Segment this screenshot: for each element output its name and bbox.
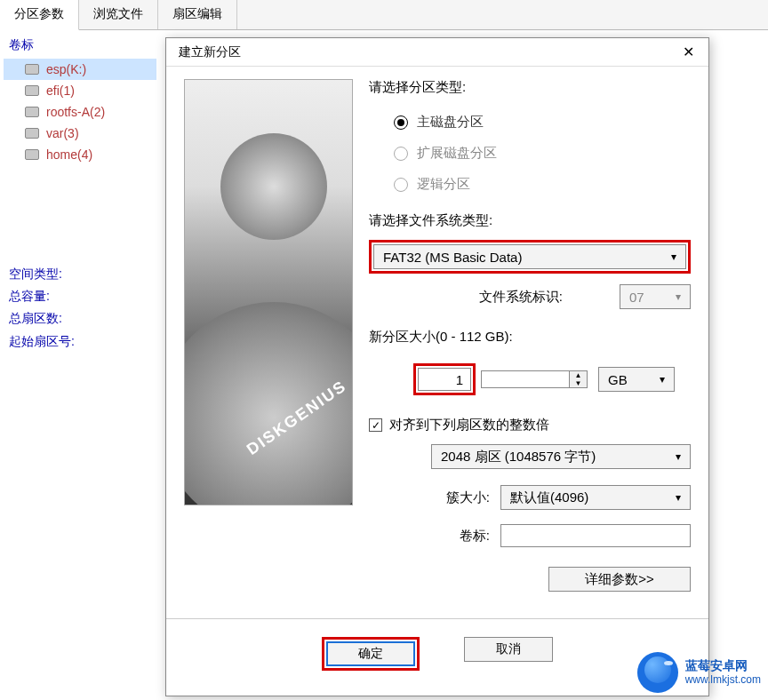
dialog-body: DISKGENIUS 请选择分区类型: 主磁盘分区 扩展磁盘分区 逻辑分区 请选… bbox=[166, 67, 708, 618]
chevron-down-icon: ▾ bbox=[676, 290, 681, 303]
cluster-value: 默认值(4096) bbox=[510, 489, 588, 506]
partition-type-label: 请选择分区类型: bbox=[369, 79, 691, 96]
cancel-button[interactable]: 取消 bbox=[464, 637, 553, 662]
filesystem-value: FAT32 (MS Basic Data) bbox=[383, 250, 522, 265]
checkbox-icon[interactable]: ✓ bbox=[369, 418, 382, 432]
radio-primary-partition[interactable]: 主磁盘分区 bbox=[394, 114, 691, 131]
spinner-up-icon[interactable]: ▲ bbox=[570, 371, 587, 379]
left-info: 空间类型: 总容量: 总扇区数: 起始扇区号: bbox=[4, 263, 156, 353]
tab-sector-edit[interactable]: 扇区编辑 bbox=[158, 0, 237, 29]
volume-label: var(3) bbox=[46, 126, 79, 140]
tab-partition-params[interactable]: 分区参数 bbox=[0, 0, 79, 30]
dialog-form: 请选择分区类型: 主磁盘分区 扩展磁盘分区 逻辑分区 请选择文件系统类型: FA… bbox=[369, 79, 691, 606]
watermark-url: www.lmkjst.com bbox=[685, 673, 761, 686]
chevron-down-icon: ▾ bbox=[671, 251, 676, 263]
volume-label: efi(1) bbox=[46, 84, 75, 98]
volume-name-label: 卷标: bbox=[369, 528, 490, 545]
align-value: 2048 扇区 (1048576 字节) bbox=[441, 449, 596, 465]
volume-label: esp(K:) bbox=[46, 62, 86, 76]
left-header: 卷标 bbox=[4, 36, 156, 55]
radio-icon bbox=[394, 147, 408, 161]
radio-label: 扩展磁盘分区 bbox=[417, 145, 497, 162]
cluster-size-label: 簇大小: bbox=[369, 489, 490, 506]
radio-extended-partition: 扩展磁盘分区 bbox=[394, 145, 691, 162]
volume-list: esp(K:) efi(1) rootfs-A(2) var(3) home(4… bbox=[4, 59, 156, 165]
volume-name-input[interactable] bbox=[500, 524, 691, 547]
hdd-icon bbox=[25, 107, 39, 117]
tab-bar: 分区参数 浏览文件 扇区编辑 bbox=[0, 0, 768, 30]
volume-label: home(4) bbox=[46, 147, 92, 162]
align-checkbox-row[interactable]: ✓ 对齐到下列扇区数的整数倍 bbox=[369, 417, 691, 434]
radio-icon[interactable] bbox=[394, 115, 408, 130]
filesystem-type-label: 请选择文件系统类型: bbox=[369, 212, 691, 229]
volume-label: rootfs-A(2) bbox=[46, 105, 105, 119]
dialog-titlebar: 建立新分区 ✕ bbox=[166, 38, 708, 67]
radio-logical-partition: 逻辑分区 bbox=[394, 176, 691, 193]
align-label: 对齐到下列扇区数的整数倍 bbox=[389, 417, 549, 434]
chevron-down-icon: ▾ bbox=[660, 373, 665, 386]
label-space-type: 空间类型: bbox=[9, 263, 156, 285]
cluster-combo[interactable]: 默认值(4096) ▾ bbox=[500, 485, 691, 510]
hdd-icon bbox=[25, 128, 39, 139]
hdd-icon bbox=[25, 85, 39, 96]
partition-size-label: 新分区大小(0 - 112 GB): bbox=[369, 329, 691, 346]
size-input[interactable] bbox=[418, 368, 471, 391]
radio-label: 主磁盘分区 bbox=[417, 114, 484, 131]
chevron-down-icon: ▾ bbox=[676, 491, 681, 504]
new-partition-dialog: 建立新分区 ✕ DISKGENIUS 请选择分区类型: 主磁盘分区 扩展磁盘分区… bbox=[165, 37, 709, 696]
blueberry-icon bbox=[637, 652, 678, 693]
filesystem-combo[interactable]: FAT32 (MS Basic Data) ▾ bbox=[373, 244, 686, 269]
label-start-sector: 起始扇区号: bbox=[9, 330, 156, 353]
highlight-size bbox=[413, 363, 476, 395]
radio-icon bbox=[394, 178, 408, 192]
fs-ident-label: 文件系统标识: bbox=[479, 289, 563, 306]
radio-label: 逻辑分区 bbox=[417, 176, 470, 193]
volume-item[interactable]: efi(1) bbox=[4, 80, 156, 101]
spinner-down-icon[interactable]: ▼ bbox=[570, 379, 587, 387]
fs-ident-combo: 07 ▾ bbox=[620, 284, 691, 309]
left-panel: 卷标 esp(K:) efi(1) rootfs-A(2) var(3) hom… bbox=[0, 30, 160, 700]
volume-item[interactable]: var(3) bbox=[4, 123, 156, 144]
size-unit-value: GB bbox=[608, 372, 628, 387]
size-spinner: ▲ ▼ bbox=[481, 370, 588, 388]
highlight-ok: 确定 bbox=[322, 637, 420, 671]
close-icon[interactable]: ✕ bbox=[675, 44, 701, 60]
highlight-filesystem: FAT32 (MS Basic Data) ▾ bbox=[369, 240, 691, 274]
hdd-icon bbox=[25, 149, 39, 160]
size-unit-combo[interactable]: GB ▾ bbox=[598, 367, 675, 392]
dialog-title: 建立新分区 bbox=[179, 44, 241, 60]
chevron-down-icon: ▾ bbox=[676, 450, 681, 463]
volume-item[interactable]: home(4) bbox=[4, 144, 156, 165]
align-combo[interactable]: 2048 扇区 (1048576 字节) ▾ bbox=[431, 444, 691, 469]
volume-item[interactable]: rootfs-A(2) bbox=[4, 101, 156, 123]
watermark: 蓝莓安卓网 www.lmkjst.com bbox=[637, 652, 761, 693]
label-capacity: 总容量: bbox=[9, 285, 156, 307]
volume-item[interactable]: esp(K:) bbox=[4, 59, 156, 80]
tab-browse-files[interactable]: 浏览文件 bbox=[79, 0, 158, 29]
detail-params-button[interactable]: 详细参数>> bbox=[548, 567, 691, 592]
dialog-illustration: DISKGENIUS bbox=[184, 79, 353, 505]
dialog-footer: 确定 取消 bbox=[166, 618, 708, 696]
ok-button[interactable]: 确定 bbox=[326, 641, 415, 666]
label-sectors: 总扇区数: bbox=[9, 307, 156, 330]
hdd-icon bbox=[25, 64, 39, 75]
watermark-title: 蓝莓安卓网 bbox=[685, 658, 761, 673]
fs-ident-value: 07 bbox=[629, 290, 644, 305]
